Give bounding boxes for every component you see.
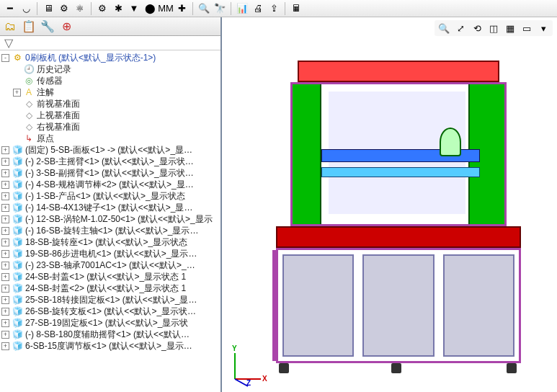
tree-item-icon: 🧊	[12, 145, 23, 155]
gear-icon: ⚙	[60, 4, 68, 13]
settings2-icon: ✱	[115, 4, 122, 13]
option-icon[interactable]: ⚛	[73, 1, 87, 16]
tree-item-icon: ◇	[23, 122, 35, 132]
display-style-icon[interactable]: ▦	[504, 22, 517, 35]
tree-item[interactable]: +🧊24-SB-封盖<1> (默认<<默认>_显示状态 1	[0, 271, 220, 282]
expand-toggle[interactable]: +	[1, 169, 9, 177]
model-render	[262, 46, 528, 392]
expand-toggle[interactable]: +	[1, 215, 9, 223]
tree-filter-bar[interactable]: ▽	[0, 36, 220, 50]
tree-item-icon: 🧊	[12, 249, 23, 259]
expand-toggle[interactable]: +	[1, 308, 9, 316]
expand-toggle[interactable]: +	[1, 204, 9, 212]
zoom-area-icon[interactable]: ⤢	[454, 22, 467, 35]
expand-toggle[interactable]: +	[1, 146, 9, 154]
measure-icon[interactable]: MM	[159, 1, 173, 16]
search-icon[interactable]: 🔍	[197, 1, 211, 16]
expand-toggle[interactable]: +	[1, 319, 9, 327]
tree-item[interactable]: +🧊6-SB-15度调节板<1> (默认<<默认>_显示…	[0, 340, 220, 352]
calc-icon[interactable]: 🖩	[289, 1, 303, 16]
export-icon[interactable]: ⇪	[267, 1, 281, 16]
toolbar-separator	[91, 2, 92, 15]
display-icon: 🖥	[44, 4, 53, 13]
tree-item[interactable]: +🧊(-) 14-SB-4X13键子<1> (默认<<默认>_显…	[0, 202, 220, 213]
tree-item-icon: ⚙	[12, 53, 23, 63]
toggle-icon[interactable]: ▼	[127, 1, 141, 16]
axis-y-label: Y	[232, 344, 237, 352]
expand-toggle[interactable]: +	[1, 250, 9, 258]
scene-icon[interactable]: ▾	[537, 22, 550, 35]
expand-toggle[interactable]: +	[1, 285, 9, 293]
tree-item[interactable]: +🧊(-) 12-SB-涡轮M-1.0Z-50<1> (默认<<默认>_显示	[0, 213, 220, 225]
tree-item[interactable]: +🧊(-) 2-SB-主摇臂<1> (默认<<默认>_显示状…	[0, 156, 220, 167]
tree-item[interactable]: ◇上视基准面	[0, 110, 220, 121]
settings2-icon[interactable]: ✱	[111, 1, 125, 16]
expand-toggle[interactable]: +	[1, 158, 9, 166]
toggle-icon: ▼	[130, 4, 139, 13]
tree-item[interactable]: +🧊18-SB-旋转座<1> (默认<<默认>_显示状态	[0, 236, 220, 248]
tree-item-label: (-) 14-SB-4X13键子<1> (默认<<默认>_显…	[25, 202, 192, 214]
tree-item[interactable]: +🧊(-) 23-SB-轴承7001AC<1> (默认<<默认>_…	[0, 259, 220, 271]
feature-manager-tab[interactable]: 🗂	[3, 19, 17, 34]
tree-item[interactable]: +🧊(-) 3-SB-副摇臂<1> (默认<<默认>_显示状…	[0, 167, 220, 179]
expand-toggle[interactable]: +	[13, 89, 21, 97]
tree-item-icon: ◎	[23, 76, 35, 86]
rotate-icon[interactable]: ⟲	[471, 22, 484, 35]
expand-toggle[interactable]: +	[1, 296, 9, 304]
orientation-triad[interactable]: Y X Z	[226, 344, 269, 388]
settings1-icon[interactable]: ⚙	[95, 1, 110, 16]
tree-item[interactable]: ↳原点	[0, 133, 220, 144]
expand-toggle[interactable]: +	[1, 239, 9, 246]
tree-item-icon: 🧊	[12, 283, 23, 293]
display-icon[interactable]: 🖥	[41, 1, 55, 16]
binoculars-icon[interactable]: 🔭	[213, 1, 227, 16]
tree-item[interactable]: +🧊24-SB-封盖<2> (默认<<默认>_显示状态 1	[0, 282, 220, 294]
tree-item[interactable]: +🧊19-SB-86步进电机<1> (默认<<默认>_显示…	[0, 248, 220, 259]
tree-item[interactable]: +🧊(-) 1-SB-产品<1> (默认<<默认>_显示状态	[0, 190, 220, 202]
dimxpert-tab[interactable]: ⊕	[59, 19, 73, 34]
perspective-icon[interactable]: ▭	[520, 22, 533, 35]
print-icon[interactable]: 🖨	[251, 1, 265, 16]
expand-toggle[interactable]: +	[1, 342, 9, 350]
tree-item-icon: 🧊	[12, 329, 23, 339]
property-manager-tab[interactable]: 📋	[22, 19, 36, 34]
tree-item-label: 25-SB-18转接固定板<1> (默认<<默认>_显…	[25, 294, 197, 306]
tree-item-label: (-) 8-SB-180度辅助摇臂<1> (默认<<默认…	[25, 329, 190, 341]
section-icon[interactable]: ◫	[487, 22, 500, 35]
tree-item[interactable]: +🧊26-SB-旋转支板<1> (默认<<默认>_显示状…	[0, 306, 220, 317]
tree-item[interactable]: 🕘历史记录	[0, 63, 220, 75]
gear-icon[interactable]: ⚙	[57, 1, 71, 16]
tree-item-icon: 🧊	[12, 306, 23, 316]
option-icon: ⚛	[76, 4, 84, 13]
expand-toggle[interactable]: +	[1, 273, 9, 281]
tree-item[interactable]: ◇右视基准面	[0, 121, 220, 133]
tree-item[interactable]: +🧊(-) 8-SB-180度辅助摇臂<1> (默认<<默认…	[0, 329, 220, 340]
feature-tree: -⚙0刷板机 (默认<默认_显示状态-1>)🕘历史记录◎传感器+A注解◇前视基准…	[0, 50, 220, 392]
tree-item[interactable]: +🧊(-) 16-SB-旋转主轴<1> (默认<<默认>_显示…	[0, 225, 220, 236]
tree-item[interactable]: +🧊(-) 4-SB-规格调节棒<2> (默认<<默认>_显…	[0, 179, 220, 190]
line-icon[interactable]: ━	[3, 1, 17, 16]
graphics-viewport[interactable]: 🔍⤢⟲◫▦▭▾	[222, 17, 557, 392]
expand-toggle[interactable]: +	[1, 181, 9, 189]
tree-item[interactable]: +🧊(固定) 5-SB-面板<1> -> (默认<<默认>_显…	[0, 144, 220, 156]
zoom-fit-icon[interactable]: 🔍	[437, 22, 450, 35]
tree-item[interactable]: ◇前视基准面	[0, 98, 220, 110]
record-icon: ⬤	[145, 4, 156, 13]
record-icon[interactable]: ⬤	[143, 1, 157, 16]
expand-toggle[interactable]: +	[1, 227, 9, 235]
tree-root-item[interactable]: -⚙0刷板机 (默认<默认_显示状态-1>)	[0, 52, 220, 63]
config-manager-tab[interactable]: 🔧	[40, 19, 55, 34]
arc-icon[interactable]: ◡	[19, 1, 33, 16]
plus-icon[interactable]: ✚	[174, 1, 189, 16]
excel-icon[interactable]: 📊	[235, 1, 249, 16]
expand-toggle[interactable]: +	[1, 192, 9, 200]
tree-item-label: 18-SB-旋转座<1> (默认<<默认>_显示状态	[25, 236, 187, 249]
tree-item[interactable]: +🧊25-SB-18转接固定板<1> (默认<<默认>_显…	[0, 294, 220, 306]
tree-item[interactable]: ◎传感器	[0, 75, 220, 86]
tree-item[interactable]: +🧊27-SB-19固定板<1> (默认<<默认>_显示状	[0, 317, 220, 329]
tree-item[interactable]: +A注解	[0, 86, 220, 98]
top-toolbar: ━◡🖥⚙⚛⚙✱▼⬤MM✚🔍🔭📊🖨⇪🖩	[0, 0, 557, 17]
expand-toggle[interactable]: +	[1, 331, 9, 339]
expand-toggle[interactable]: +	[1, 262, 9, 270]
expand-toggle[interactable]: -	[1, 54, 9, 62]
